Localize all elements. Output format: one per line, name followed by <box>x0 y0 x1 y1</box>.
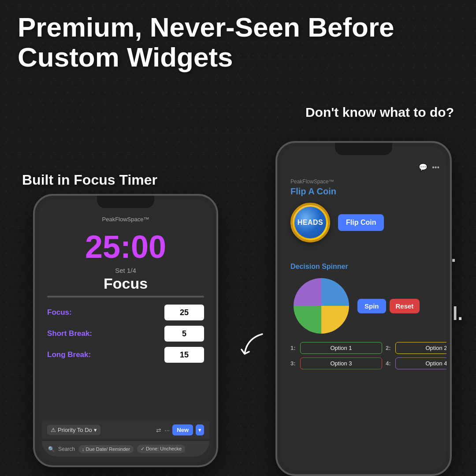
coin-inner: HEADS <box>294 207 326 238</box>
done-chip-label: ✓ Done: Unchecke <box>141 446 182 452</box>
due-date-chip[interactable]: ↓ Due Date/ Reminder <box>78 445 134 453</box>
spinner-controls: Spin Reset <box>357 299 420 313</box>
timer-display: 25:00 <box>38 224 213 267</box>
phone-decision: 💬 ••• PeakFlowSpace™ Flip A Coin HEADS F… <box>275 141 452 476</box>
pie-chart <box>290 275 352 337</box>
phone-screen-1: PeakFlowSpace™ 25:00 Set 1/4 Focus Focus… <box>38 199 213 462</box>
option-1-input[interactable] <box>300 342 382 354</box>
phone-notch-1 <box>97 196 154 208</box>
long-break-input[interactable] <box>164 347 204 363</box>
search-icon: 🔍 <box>48 446 55 452</box>
option-row-1: 1: <box>290 342 382 354</box>
priority-warning-icon: ⚠ <box>51 427 56 433</box>
focus-field-row: Focus: <box>47 305 204 320</box>
arrows-icon: ⇄ <box>156 427 161 434</box>
long-break-field-row: Long Break: <box>47 347 204 363</box>
timer-fields: Focus: Short Break: Long Break: <box>38 305 213 363</box>
option-4-num: 4: <box>386 360 393 367</box>
timer-mode-label: Focus <box>38 275 213 292</box>
new-button-arrow[interactable]: ▾ <box>196 424 204 435</box>
coin-label: HEADS <box>298 219 324 227</box>
spinner-area: Spin Reset <box>290 275 437 337</box>
search-label: Search <box>58 446 75 452</box>
more-dots-icon[interactable]: ••• <box>432 164 439 171</box>
short-break-label: Short Break: <box>47 329 92 338</box>
flip-title: Flip A Coin <box>290 186 437 197</box>
coin-outer: HEADS <box>290 203 330 242</box>
phone1-toolbar: ⚠ Priority To Do ▾ ⇄ ··· New ▾ <box>42 421 209 439</box>
option-4-input[interactable] <box>395 357 446 369</box>
spinner-section: Decision Spinner Spin Reset <box>285 257 442 375</box>
subtitle-right: Don't know what to do? <box>305 105 454 120</box>
option-2-input[interactable] <box>395 342 446 354</box>
phone1-search-bar: 🔍 Search ↓ Due Date/ Reminder ✓ Done: Un… <box>42 441 209 457</box>
focus-field-input[interactable] <box>164 305 204 320</box>
priority-label: Priority To Do <box>58 427 92 433</box>
flip-brand: PeakFlowSpace™ <box>290 178 437 185</box>
priority-dropdown[interactable]: ⚠ Priority To Do ▾ <box>47 425 100 435</box>
due-date-chip-label: ↓ Due Date/ Reminder <box>82 446 130 452</box>
flip-section: PeakFlowSpace™ Flip A Coin HEADS Flip Co… <box>285 173 442 254</box>
new-button[interactable]: New <box>172 424 193 435</box>
long-break-label: Long Break: <box>47 350 91 359</box>
option-row-4: 4: <box>386 357 446 369</box>
phone-notch-2 <box>335 143 392 155</box>
main-title: Premium, Never-Seen Before Custom Widget… <box>18 12 394 72</box>
phone-screen-2: 💬 ••• PeakFlowSpace™ Flip A Coin HEADS F… <box>281 146 446 471</box>
spin-button[interactable]: Spin <box>357 299 386 313</box>
chat-icon[interactable]: 💬 <box>419 163 428 171</box>
spinner-title: Decision Spinner <box>290 263 437 271</box>
flip-coin-area: HEADS Flip Coin <box>290 203 437 242</box>
phone-focus-timer: PeakFlowSpace™ 25:00 Set 1/4 Focus Focus… <box>33 194 218 467</box>
label-focus-timer: Built in Focus Timer <box>22 172 157 188</box>
flip-coin-button[interactable]: Flip Coin <box>338 214 384 231</box>
timer-progress-bar <box>47 296 204 298</box>
short-break-field-row: Short Break: <box>47 326 204 342</box>
priority-chevron-icon: ▾ <box>94 427 97 433</box>
focus-field-label: Focus: <box>47 308 72 317</box>
reset-button[interactable]: Reset <box>390 299 420 313</box>
timer-set: Set 1/4 <box>38 267 213 274</box>
option-row-2: 2: <box>386 342 446 354</box>
option-3-input[interactable] <box>300 357 382 369</box>
option-2-num: 2: <box>386 345 393 351</box>
option-3-num: 3: <box>290 360 298 367</box>
done-chip[interactable]: ✓ Done: Unchecke <box>137 445 185 453</box>
short-break-input[interactable] <box>164 326 204 342</box>
options-grid: 1: 2: 3: 4: <box>290 342 437 369</box>
toolbar-icons: ⇄ ··· <box>156 427 170 434</box>
option-row-3: 3: <box>290 357 382 369</box>
option-1-num: 1: <box>290 345 298 351</box>
more-icon[interactable]: ··· <box>165 427 170 434</box>
arrow-spin-icon <box>238 330 269 361</box>
